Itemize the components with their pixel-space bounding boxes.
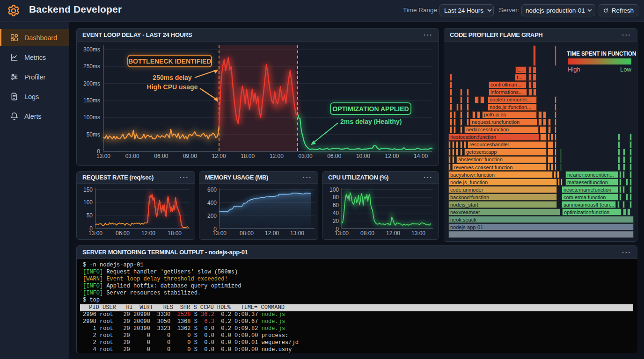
svg-text:12:00: 12:00 [386, 230, 400, 237]
svg-text:06:00: 06:00 [154, 153, 168, 159]
svg-text:40: 40 [333, 210, 339, 216]
svg-text:250ms: 250ms [83, 63, 100, 70]
svg-text:12:00: 12:00 [385, 153, 399, 159]
svg-text:300ms: 300ms [83, 46, 100, 53]
svg-text:08:00: 08:00 [240, 230, 254, 237]
svg-text:12:00: 12:00 [265, 230, 279, 237]
svg-text:200ms: 200ms [83, 80, 100, 87]
svg-text:09:00: 09:00 [183, 153, 197, 159]
svg-text:20: 20 [333, 218, 339, 224]
svg-text:12:00: 12:00 [212, 153, 226, 159]
svg-text:10:00: 10:00 [356, 153, 370, 159]
svg-text:13:00: 13:00 [96, 153, 110, 159]
svg-text:06:00: 06:00 [327, 153, 341, 159]
svg-text:12:00: 12:00 [141, 230, 155, 237]
svg-text:13:00: 13:00 [212, 230, 227, 237]
svg-text:600: 600 [207, 187, 217, 193]
svg-text:200: 200 [207, 213, 217, 219]
svg-text:13:00: 13:00 [411, 230, 425, 237]
svg-text:08:00: 08:00 [360, 230, 374, 237]
svg-text:150: 150 [83, 187, 93, 193]
svg-text:03:00: 03:00 [299, 153, 313, 159]
svg-text:14:00: 14:00 [414, 153, 428, 159]
svg-text:50ms: 50ms [87, 131, 100, 138]
svg-text:12:00: 12:00 [270, 153, 284, 159]
svg-text:13:00: 13:00 [290, 230, 304, 237]
svg-text:100: 100 [329, 187, 339, 193]
svg-text:400: 400 [207, 200, 217, 206]
svg-text:150ms: 150ms [83, 97, 100, 104]
svg-text:18:00: 18:00 [168, 230, 182, 237]
svg-text:18:00: 18:00 [241, 153, 255, 159]
svg-text:13:00: 13:00 [88, 230, 102, 237]
svg-text:13:00: 13:00 [335, 230, 349, 237]
svg-text:06:00: 06:00 [116, 230, 130, 237]
svg-text:60: 60 [333, 202, 339, 208]
svg-text:100ms: 100ms [83, 114, 100, 121]
svg-text:03:00: 03:00 [125, 153, 139, 159]
svg-text:80: 80 [333, 194, 339, 201]
svg-text:50: 50 [87, 212, 93, 219]
svg-text:100: 100 [83, 199, 93, 206]
